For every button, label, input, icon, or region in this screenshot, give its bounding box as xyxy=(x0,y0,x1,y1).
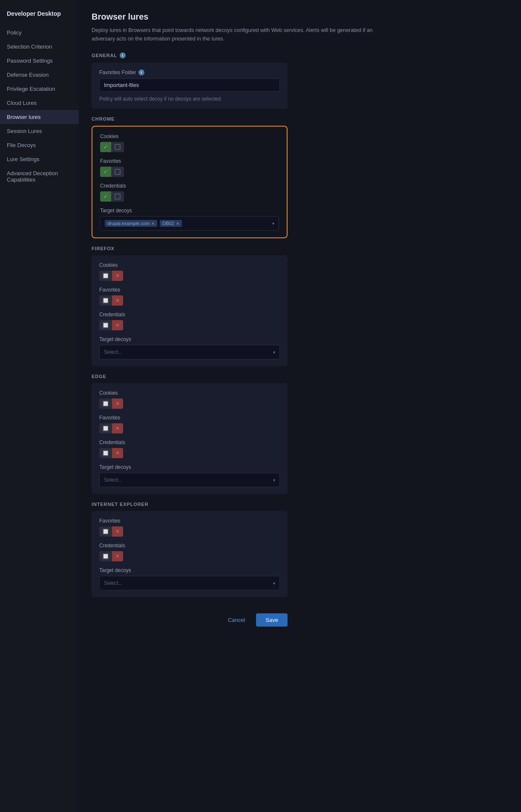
ie-favorites-toggle-switch[interactable] xyxy=(99,526,123,537)
edge-credentials-row: Credentials xyxy=(99,439,280,458)
edge-favorites-toggle-switch[interactable] xyxy=(99,423,123,433)
chrome-cookies-toggle-switch[interactable] xyxy=(100,142,124,152)
chrome-credentials-check-icon[interactable] xyxy=(100,191,111,202)
sidebar-item-session-lures[interactable]: Session Lures xyxy=(0,124,79,138)
ie-select-placeholder: Select... xyxy=(104,580,122,586)
firefox-target-decoys-row: Target decoys Select... xyxy=(99,336,280,359)
firefox-cookies-toggle[interactable] xyxy=(99,271,280,281)
firefox-select-placeholder: Select... xyxy=(104,349,122,355)
ie-credentials-toggle-switch[interactable] xyxy=(99,551,123,561)
edge-target-decoys-row: Target decoys Select... xyxy=(99,464,280,487)
chrome-credentials-label: Credentials xyxy=(100,183,279,189)
chrome-decoy-db02-remove[interactable]: ✕ xyxy=(176,221,179,226)
firefox-cookies-label: Cookies xyxy=(99,262,280,268)
sidebar-item-browser-lures[interactable]: Browser lures xyxy=(0,110,79,124)
sidebar-item-selection-criterion[interactable]: Selection Criterion xyxy=(0,40,79,54)
edge-favorites-row: Favorites xyxy=(99,415,280,433)
chrome-section-label: CHROME xyxy=(92,116,508,121)
ie-credentials-x-icon[interactable] xyxy=(112,551,123,561)
firefox-cookies-toggle-switch[interactable] xyxy=(99,271,123,281)
ie-credentials-row: Credentials xyxy=(99,543,280,561)
edge-credentials-toggle-switch[interactable] xyxy=(99,448,123,458)
firefox-select-chevron-icon xyxy=(273,350,275,355)
ie-section: Favorites Credentials Target decoys xyxy=(92,511,288,597)
edge-decoys-select[interactable]: Select... xyxy=(99,473,280,487)
edge-favorites-left-btn[interactable] xyxy=(99,423,112,433)
chrome-decoy-drupal-remove[interactable]: ✕ xyxy=(151,221,155,226)
ie-credentials-toggle[interactable] xyxy=(99,551,280,561)
sidebar-item-lure-settings[interactable]: Lure Settings xyxy=(0,152,79,166)
chrome-credentials-toggle[interactable] xyxy=(100,191,279,202)
favorites-folder-input[interactable] xyxy=(99,78,280,92)
chrome-credentials-off-btn[interactable] xyxy=(111,191,124,202)
chrome-credentials-row: Credentials xyxy=(100,183,279,202)
sidebar-item-policy[interactable]: Policy xyxy=(0,26,79,40)
edge-favorites-toggle[interactable] xyxy=(99,423,280,433)
edge-section-label: EDGE xyxy=(92,374,508,379)
firefox-cookies-x-icon[interactable] xyxy=(112,271,123,281)
chrome-favorites-row: Favorites xyxy=(100,158,279,177)
firefox-favorites-label: Favorites xyxy=(99,287,280,293)
ie-target-decoys-row: Target decoys Select... xyxy=(99,567,280,590)
chrome-favorites-toggle-switch[interactable] xyxy=(100,167,124,177)
firefox-favorites-row: Favorites xyxy=(99,287,280,306)
chrome-decoys-select[interactable]: drupal.example.com ✕ DB02 ✕ xyxy=(100,216,279,231)
cancel-button[interactable]: Cancel xyxy=(221,613,252,627)
chrome-credentials-toggle-switch[interactable] xyxy=(100,191,124,202)
sidebar-item-advanced-deception[interactable]: Advanced Deception Capabilities xyxy=(0,166,79,187)
sidebar-item-cloud-lures[interactable]: Cloud Lures xyxy=(0,96,79,110)
firefox-cookies-left-btn[interactable] xyxy=(99,271,112,281)
chrome-cookies-check-icon[interactable] xyxy=(100,142,111,152)
edge-favorites-x-icon[interactable] xyxy=(112,423,123,433)
ie-target-decoys-label: Target decoys xyxy=(99,567,280,573)
edge-credentials-toggle[interactable] xyxy=(99,448,280,458)
firefox-favorites-toggle-switch[interactable] xyxy=(99,295,123,306)
chrome-favorites-off-btn[interactable] xyxy=(111,167,124,177)
page-title: Browser lures xyxy=(92,12,508,22)
chrome-cookies-row: Cookies xyxy=(100,133,279,152)
edge-credentials-label: Credentials xyxy=(99,439,280,445)
firefox-target-decoys-label: Target decoys xyxy=(99,336,280,342)
save-button[interactable]: Save xyxy=(256,613,288,627)
chrome-section: Cookies Favorites Credentials xyxy=(92,126,288,238)
chrome-favorites-toggle[interactable] xyxy=(100,167,279,177)
ie-decoys-select[interactable]: Select... xyxy=(99,576,280,590)
edge-cookies-toggle[interactable] xyxy=(99,399,280,409)
chrome-decoy-tag-db02[interactable]: DB02 ✕ xyxy=(160,220,182,227)
edge-credentials-left-btn[interactable] xyxy=(99,448,112,458)
sidebar-item-defense-evasion[interactable]: Defense Evasion xyxy=(0,68,79,82)
chrome-cookies-off-btn[interactable] xyxy=(111,142,124,152)
sidebar-item-file-decoys[interactable]: File Decoys xyxy=(0,138,79,152)
sidebar-item-password-settings[interactable]: Password Settings xyxy=(0,54,79,68)
firefox-credentials-left-btn[interactable] xyxy=(99,320,112,330)
favorites-folder-info-icon[interactable]: i xyxy=(138,69,144,75)
chrome-cookies-toggle[interactable] xyxy=(100,142,279,152)
firefox-favorites-left-btn[interactable] xyxy=(99,295,112,306)
ie-credentials-left-btn[interactable] xyxy=(99,551,112,561)
edge-section: Cookies Favorites Credentials xyxy=(92,383,288,494)
chrome-favorites-check-icon[interactable] xyxy=(100,167,111,177)
ie-favorites-x-icon[interactable] xyxy=(112,526,123,537)
edge-favorites-label: Favorites xyxy=(99,415,280,421)
firefox-credentials-toggle[interactable] xyxy=(99,320,280,330)
edge-cookies-x-icon[interactable] xyxy=(112,399,123,409)
firefox-decoys-select[interactable]: Select... xyxy=(99,345,280,359)
ie-section-label: INTERNET EXPLORER xyxy=(92,502,508,507)
edge-cookies-toggle-switch[interactable] xyxy=(99,399,123,409)
ie-favorites-left-btn[interactable] xyxy=(99,526,112,537)
general-section-label: GENERAL i xyxy=(92,52,508,58)
firefox-favorites-x-icon[interactable] xyxy=(112,295,123,306)
ie-favorites-toggle[interactable] xyxy=(99,526,280,537)
edge-cookies-left-btn[interactable] xyxy=(99,399,112,409)
firefox-credentials-toggle-switch[interactable] xyxy=(99,320,123,330)
firefox-credentials-x-icon[interactable] xyxy=(112,320,123,330)
general-info-icon[interactable]: i xyxy=(120,52,126,58)
chrome-decoy-tag-drupal[interactable]: drupal.example.com ✕ xyxy=(105,220,157,227)
ie-favorites-row: Favorites xyxy=(99,518,280,537)
firefox-favorites-toggle[interactable] xyxy=(99,295,280,306)
chrome-target-decoys-row: Target decoys drupal.example.com ✕ DB02 … xyxy=(100,208,279,231)
favorites-folder-label: Favorites Folder i xyxy=(99,69,280,75)
sidebar-item-privilege-escalation[interactable]: Privilege Escalation xyxy=(0,82,79,96)
edge-credentials-x-icon[interactable] xyxy=(112,448,123,458)
firefox-credentials-row: Credentials xyxy=(99,312,280,330)
